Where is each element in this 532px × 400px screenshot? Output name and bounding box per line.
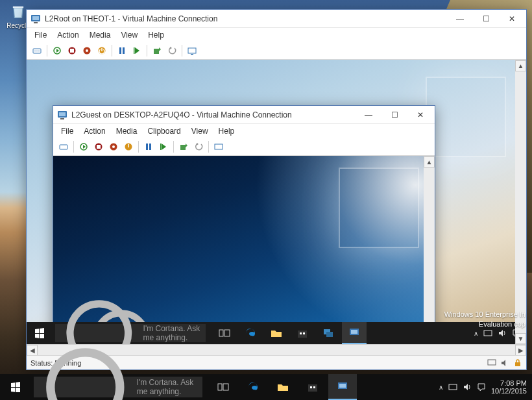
inner-close-button[interactable]: ✕ [407,106,433,123]
inner-titlebar[interactable]: L2Guest on DESKTOP-A2FUQ4O - Virtual Mac… [53,106,435,124]
reset-button[interactable] [157,140,170,153]
inner-toolbar [53,138,435,156]
save-button[interactable] [95,44,108,57]
network-icon[interactable] [448,382,457,392]
vmconnect-taskbar-button[interactable] [342,322,367,344]
svg-rect-21 [60,118,64,119]
cortana-search[interactable]: I'm Cortana. Ask me anything. [55,324,206,342]
svg-rect-55 [339,384,346,388]
menu-clipboard[interactable]: Clipboard [143,125,184,137]
task-view-button[interactable] [212,322,237,344]
vmconnect-icon [348,327,360,338]
vmconnect-taskbar-button[interactable] [328,374,357,400]
outer-menubar: File Action Media View Help [27,28,526,42]
menu-media[interactable]: Media [112,125,141,137]
scroll-down-icon[interactable]: ▼ [515,333,526,344]
edge-button[interactable] [238,322,263,344]
svg-rect-18 [191,54,193,55]
shutdown-button[interactable] [107,140,120,153]
svg-rect-33 [215,144,223,149]
svg-rect-13 [119,47,121,54]
menu-view[interactable]: View [117,29,141,41]
menu-file[interactable]: File [30,29,51,41]
svg-rect-9 [70,49,74,53]
explorer-button[interactable] [269,374,297,400]
start-button[interactable] [77,140,90,153]
search-placeholder: I'm Cortana. Ask me anything. [137,378,197,396]
store-button[interactable] [290,322,315,344]
svg-point-6 [38,51,40,52]
outer-minimize-button[interactable]: — [447,10,473,27]
svg-rect-20 [59,112,66,116]
action-center-icon[interactable] [477,382,486,392]
store-button[interactable] [298,374,327,400]
pause-button[interactable] [142,140,155,153]
volume-icon[interactable] [463,382,472,392]
scroll-up-icon[interactable]: ▲ [424,156,435,168]
inner-minimize-button[interactable]: — [356,106,381,123]
reset-button[interactable] [130,44,143,57]
separator [47,45,47,56]
volume-icon[interactable] [498,329,507,338]
inner-vertical-scrollbar[interactable]: ▲ ▼ [424,156,435,344]
outer-titlebar[interactable]: L2Root on THEOT-1 - Virtual Machine Conn… [27,10,526,28]
menu-media[interactable]: Media [86,29,115,41]
turnoff-button[interactable] [92,140,105,153]
outer-close-button[interactable]: ✕ [499,10,525,27]
svg-point-27 [112,145,115,148]
menu-help[interactable]: Help [144,29,168,41]
display-config-icon[interactable] [487,358,496,368]
speaker-icon[interactable] [500,358,509,368]
svg-rect-15 [134,47,135,54]
recycle-bin-icon [9,3,27,21]
task-view-icon [217,381,229,393]
menu-file[interactable]: File [57,125,77,137]
vmconnect-icon [30,14,41,24]
shutdown-button[interactable] [80,44,93,57]
network-icon[interactable] [483,329,492,338]
enhanced-session-button[interactable] [186,44,199,57]
tray-clock[interactable]: 7:08 PM 10/12/2015 [491,379,527,395]
svg-rect-49 [515,362,520,366]
enhanced-session-button[interactable] [212,140,225,153]
hyperv-icon [322,327,334,339]
task-view-button[interactable] [209,374,237,400]
ctrl-alt-del-button[interactable] [57,140,70,153]
cortana-search[interactable]: I'm Cortana. Ask me anything. [34,377,202,397]
menu-action[interactable]: Action [53,29,82,41]
edge-button[interactable] [239,374,267,400]
checkpoint-button[interactable] [177,140,190,153]
start-button[interactable] [51,44,64,57]
host-tray: ∧ 7:08 PM 10/12/2015 [433,379,532,395]
explorer-button[interactable] [264,322,289,344]
windows-logo-icon [10,382,21,392]
turnoff-button[interactable] [66,44,79,57]
inner-maximize-button[interactable]: ☐ [381,106,407,123]
menu-view[interactable]: View [187,125,212,137]
outer-vertical-scrollbar[interactable]: ▲ ▼ [515,60,526,344]
scroll-up-icon[interactable]: ▲ [515,60,526,71]
menu-help[interactable]: Help [215,125,239,137]
revert-button[interactable] [192,140,205,153]
separator [112,45,112,56]
ctrl-alt-del-button[interactable] [30,44,43,57]
tray-chevron-icon[interactable]: ∧ [474,330,478,337]
checkpoint-button[interactable] [151,44,163,57]
outer-vm-guest-display[interactable]: L2Guest on DESKTOP-A2FUQ4O - Virtual Mac… [27,60,526,344]
svg-rect-41 [224,330,230,336]
store-icon [307,381,319,393]
scroll-right-icon[interactable]: ▶ [515,345,526,356]
outer-window-title: L2Root on THEOT-1 - Virtual Machine Conn… [45,14,447,23]
save-button[interactable] [122,140,135,153]
evaluation-watermark: Windows 10 Enterprise In Evaluation cop [444,310,526,329]
pause-button[interactable] [115,44,128,57]
tray-chevron-icon[interactable]: ∧ [439,384,443,391]
revert-button[interactable] [165,44,178,57]
scroll-left-icon[interactable]: ◀ [27,345,38,356]
lock-icon[interactable] [513,358,522,368]
menu-action[interactable]: Action [80,125,109,137]
start-button[interactable] [0,374,31,400]
hyper-v-manager-button[interactable] [316,322,341,344]
outer-maximize-button[interactable]: ☐ [473,10,499,27]
svg-rect-14 [123,47,125,54]
